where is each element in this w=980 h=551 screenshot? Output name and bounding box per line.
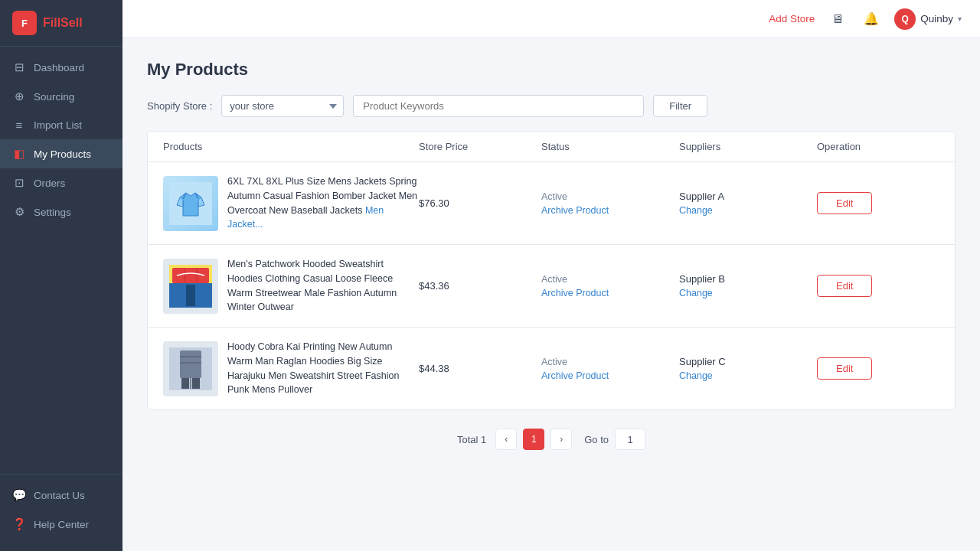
svg-rect-8: [192, 378, 200, 389]
table-header: Products Store Price Status Suppliers Op…: [148, 132, 955, 162]
sidebar-item-label: Settings: [34, 207, 71, 218]
sidebar-item-dashboard[interactable]: ⊟ Dashboard: [0, 53, 122, 82]
settings-icon: ⚙: [12, 205, 26, 219]
shopify-store-label: Shopify Store :: [147, 100, 212, 112]
avatar-name: Quinby: [920, 13, 953, 24]
my-products-icon: ◧: [12, 147, 26, 161]
sidebar: F FillSell ⊟ Dashboard ⊕ Sourcing ≡ Impo…: [0, 0, 122, 551]
supplier-name-1: Supplier A: [679, 191, 817, 202]
sidebar-item-help-center[interactable]: ❓ Help Center: [0, 510, 122, 539]
col-operation: Operation: [817, 141, 939, 152]
chevron-down-icon: ▾: [958, 15, 962, 23]
sidebar-bottom: 💬 Contact Us ❓ Help Center: [0, 474, 122, 551]
col-status: Status: [541, 141, 679, 152]
products-table: Products Store Price Status Suppliers Op…: [147, 131, 956, 410]
supplier-cell-2: Supplier B Change: [679, 273, 817, 298]
op-cell-2: Edit: [817, 275, 939, 297]
archive-product-link-2[interactable]: Archive Product: [541, 288, 679, 298]
add-store-link[interactable]: Add Store: [769, 13, 815, 24]
supplier-name-3: Supplier C: [679, 356, 817, 367]
filter-bar: Shopify Store : your store Filter: [147, 95, 956, 117]
header: Add Store 🖥 🔔 Q Quinby ▾: [122, 0, 980, 38]
product-title-2: Men's Patchwork Hooded Sweatshirt Hoodie…: [227, 257, 419, 315]
sidebar-item-label: Sourcing: [34, 91, 74, 103]
edit-button-2[interactable]: Edit: [817, 275, 872, 297]
status-cell-1: Active Archive Product: [541, 191, 679, 216]
product-cell-2: Men's Patchwork Hooded Sweatshirt Hoodie…: [163, 257, 419, 315]
dashboard-icon: ⊟: [12, 60, 26, 74]
sidebar-item-orders[interactable]: ⊡ Orders: [0, 168, 122, 197]
contact-us-icon: 💬: [12, 488, 26, 502]
sidebar-item-label: Contact Us: [34, 490, 85, 501]
goto-input[interactable]: [615, 429, 645, 450]
status-active-1: Active: [541, 191, 679, 202]
monitor-icon[interactable]: 🖥: [827, 8, 848, 30]
next-page-button[interactable]: ›: [550, 429, 572, 450]
price-cell-2: $43.36: [419, 280, 541, 292]
product-cell-3: Hoody Cobra Kai Printing New Autumn Warm…: [163, 340, 419, 397]
supplier-cell-3: Supplier C Change: [679, 356, 817, 381]
col-suppliers: Suppliers: [679, 141, 817, 152]
price-cell-3: $44.38: [419, 363, 541, 374]
status-cell-2: Active Archive Product: [541, 274, 679, 298]
sidebar-logo: F FillSell: [0, 0, 122, 47]
product-image-2: [163, 259, 218, 314]
product-cell-1: 6XL 7XL 8XL Plus Size Mens Jackets Sprin…: [163, 174, 419, 232]
supplier-cell-1: Supplier A Change: [679, 191, 817, 216]
svg-rect-4: [186, 285, 195, 306]
orders-icon: ⊡: [12, 176, 26, 190]
store-select[interactable]: your store: [221, 95, 344, 117]
sidebar-item-settings[interactable]: ⚙ Settings: [0, 197, 122, 227]
page-1-button[interactable]: 1: [523, 429, 544, 450]
logo-text: FillSell: [43, 16, 83, 30]
goto-label: Go to: [584, 434, 609, 445]
pagination: Total 1 ‹ 1 › Go to: [147, 429, 956, 450]
sidebar-item-label: Orders: [34, 178, 65, 189]
sidebar-item-contact-us[interactable]: 💬 Contact Us: [0, 481, 122, 510]
sidebar-item-sourcing[interactable]: ⊕ Sourcing: [0, 82, 122, 111]
op-cell-3: Edit: [817, 357, 939, 380]
main-wrapper: Add Store 🖥 🔔 Q Quinby ▾ My Products Sho…: [122, 0, 980, 551]
archive-product-link-1[interactable]: Archive Product: [541, 205, 679, 216]
sidebar-item-label: Import List: [34, 119, 82, 131]
col-products: Products: [163, 141, 419, 152]
price-cell-1: $76.30: [419, 197, 541, 209]
table-row: 6XL 7XL 8XL Plus Size Mens Jackets Sprin…: [148, 162, 955, 245]
svg-rect-6: [180, 350, 201, 378]
content-area: My Products Shopify Store : your store F…: [122, 38, 980, 551]
supplier-change-link-3[interactable]: Change: [679, 370, 817, 381]
logo-icon: F: [12, 11, 37, 35]
status-active-2: Active: [541, 274, 679, 285]
product-image-3: [163, 341, 218, 396]
prev-page-button[interactable]: ‹: [495, 429, 517, 450]
table-row: Men's Patchwork Hooded Sweatshirt Hoodie…: [148, 245, 955, 328]
edit-button-1[interactable]: Edit: [817, 192, 872, 214]
status-cell-3: Active Archive Product: [541, 357, 679, 381]
sidebar-item-label: My Products: [34, 148, 91, 160]
sidebar-item-label: Help Center: [34, 519, 89, 530]
sidebar-item-my-products[interactable]: ◧ My Products: [0, 139, 122, 168]
supplier-change-link-1[interactable]: Change: [679, 205, 817, 216]
user-avatar[interactable]: Q Quinby ▾: [894, 8, 962, 30]
avatar-initial: Q: [894, 8, 916, 30]
import-list-icon: ≡: [12, 119, 26, 132]
sourcing-icon: ⊕: [12, 90, 26, 103]
supplier-name-2: Supplier B: [679, 273, 817, 285]
sidebar-item-import-list[interactable]: ≡ Import List: [0, 111, 122, 139]
product-title-3: Hoody Cobra Kai Printing New Autumn Warm…: [227, 340, 419, 397]
bell-icon[interactable]: 🔔: [861, 8, 882, 30]
keyword-input[interactable]: [353, 95, 644, 117]
archive-product-link-3[interactable]: Archive Product: [541, 370, 679, 381]
product-image-1: [163, 176, 218, 231]
table-row: Hoody Cobra Kai Printing New Autumn Warm…: [148, 328, 955, 409]
status-active-3: Active: [541, 357, 679, 367]
help-center-icon: ❓: [12, 517, 26, 531]
edit-button-3[interactable]: Edit: [817, 357, 872, 380]
sidebar-nav: ⊟ Dashboard ⊕ Sourcing ≡ Import List ◧ M…: [0, 47, 122, 474]
supplier-change-link-2[interactable]: Change: [679, 288, 817, 298]
sidebar-item-label: Dashboard: [34, 62, 84, 73]
filter-button[interactable]: Filter: [653, 95, 707, 117]
page-title: My Products: [147, 60, 956, 80]
op-cell-1: Edit: [817, 192, 939, 214]
col-store-price: Store Price: [419, 141, 541, 152]
